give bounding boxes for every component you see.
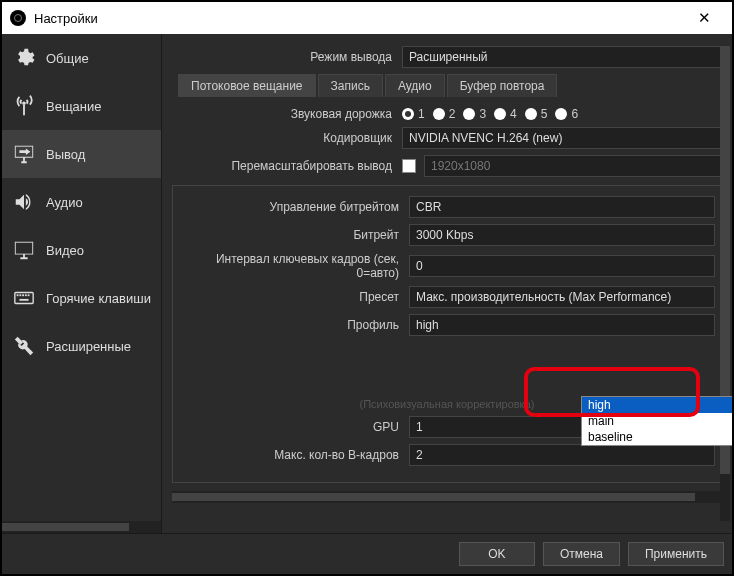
output-mode-label: Режим вывода [172, 50, 402, 64]
svg-rect-4 [25, 294, 27, 296]
sidebar-item-video[interactable]: Видео [2, 226, 161, 274]
profile-dropdown-list: high main baseline [581, 396, 732, 446]
content-scrollbar-h[interactable] [172, 491, 722, 503]
apply-button[interactable]: Применить [628, 542, 724, 566]
gear-icon [12, 46, 36, 70]
content: Режим вывода Расширенный Потоковое вещан… [162, 34, 732, 533]
speaker-icon [12, 190, 36, 214]
profile-option-high[interactable]: high [582, 397, 732, 413]
sidebar-item-hotkeys[interactable]: Горячие клавиши [2, 274, 161, 322]
footer: OK Отмена Применить [2, 533, 732, 574]
audio-track-3[interactable]: 3 [463, 107, 486, 121]
sidebar-item-label: Расширенные [46, 339, 131, 354]
audio-track-5[interactable]: 5 [525, 107, 548, 121]
antenna-icon [12, 94, 36, 118]
keyframe-label: Интервал ключевых кадров (сек, 0=авто) [179, 252, 409, 280]
sidebar-item-advanced[interactable]: Расширенные [2, 322, 161, 370]
settings-window: Настройки ✕ Общие Вещание [2, 2, 732, 574]
ok-button[interactable]: OK [459, 542, 535, 566]
keyboard-icon [12, 286, 36, 310]
titlebar: Настройки ✕ [2, 2, 732, 34]
sidebar-item-label: Вещание [46, 99, 102, 114]
gpu-label: GPU [179, 420, 409, 434]
tab-streaming[interactable]: Потоковое вещание [178, 74, 316, 97]
audio-track-6[interactable]: 6 [555, 107, 578, 121]
encoder-select[interactable]: NVIDIA NVENC H.264 (new) [402, 127, 722, 149]
psycho-visual-row: (Психовизуальная корректировка) [360, 398, 535, 410]
tab-recording[interactable]: Запись [318, 74, 383, 97]
tools-icon [12, 334, 36, 358]
window-title: Настройки [34, 11, 684, 26]
monitor-arrow-icon [12, 142, 36, 166]
svg-rect-2 [19, 294, 21, 296]
svg-rect-6 [19, 299, 28, 301]
sidebar-item-audio[interactable]: Аудио [2, 178, 161, 226]
app-icon [10, 10, 26, 26]
profile-dropdown-open: high main baseline [581, 396, 732, 446]
svg-rect-3 [22, 294, 24, 296]
preset-label: Пресет [179, 290, 409, 304]
bitrate-input[interactable]: 3000 Kbps [409, 224, 715, 246]
audio-track-2[interactable]: 2 [433, 107, 456, 121]
svg-rect-0 [15, 293, 33, 304]
rescale-select[interactable]: 1920x1080 [424, 155, 722, 177]
sidebar-item-label: Общие [46, 51, 89, 66]
sidebar-item-label: Вывод [46, 147, 85, 162]
rate-control-label: Управление битрейтом [179, 200, 409, 214]
monitor-icon [12, 238, 36, 262]
rescale-label: Перемасштабировать вывод [172, 159, 402, 173]
sidebar-item-label: Аудио [46, 195, 83, 210]
rate-control-select[interactable]: CBR [409, 196, 715, 218]
encoder-label: Кодировщик [172, 131, 402, 145]
bframes-label: Макс. кол-во B-кадров [179, 448, 409, 462]
svg-rect-1 [17, 294, 19, 296]
sidebar: Общие Вещание Вывод [2, 34, 162, 533]
sidebar-item-label: Горячие клавиши [46, 291, 151, 306]
tab-audio[interactable]: Аудио [385, 74, 445, 97]
tab-replay-buffer[interactable]: Буфер повтора [447, 74, 558, 97]
close-button[interactable]: ✕ [684, 2, 724, 34]
bframes-input[interactable]: 2 [409, 444, 715, 466]
tabs: Потоковое вещание Запись Аудио Буфер пов… [172, 74, 722, 97]
sidebar-item-label: Видео [46, 243, 84, 258]
bitrate-label: Битрейт [179, 228, 409, 242]
profile-option-baseline[interactable]: baseline [582, 429, 732, 445]
profile-option-main[interactable]: main [582, 413, 732, 429]
profile-select[interactable]: high [409, 314, 715, 336]
audio-track-1[interactable]: 1 [402, 107, 425, 121]
profile-label: Профиль [179, 318, 409, 332]
audio-track-group: 1 2 3 4 5 6 [402, 107, 722, 121]
output-mode-select[interactable]: Расширенный [402, 46, 722, 68]
audio-track-4[interactable]: 4 [494, 107, 517, 121]
sidebar-item-stream[interactable]: Вещание [2, 82, 161, 130]
cancel-button[interactable]: Отмена [543, 542, 620, 566]
audio-track-label: Звуковая дорожка [172, 107, 402, 121]
rescale-checkbox[interactable] [402, 159, 416, 173]
keyframe-input[interactable]: 0 [409, 255, 715, 277]
sidebar-item-output[interactable]: Вывод [2, 130, 161, 178]
sidebar-scrollbar[interactable] [2, 521, 161, 533]
preset-select[interactable]: Макс. производительность (Max Performanc… [409, 286, 715, 308]
svg-rect-5 [28, 294, 30, 296]
sidebar-item-general[interactable]: Общие [2, 34, 161, 82]
content-scrollbar-v[interactable] [720, 46, 730, 521]
